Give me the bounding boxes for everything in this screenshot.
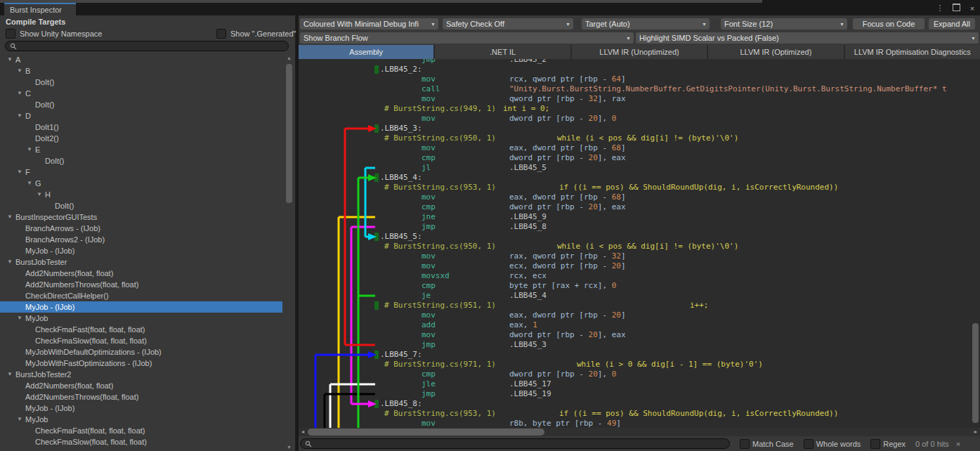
tree-scrollbar-thumb[interactable] [286,64,292,203]
tree-item[interactable]: CheckFmaSlow(float, float, float) [0,436,282,447]
expander-triangle-icon[interactable]: ▼ [7,256,13,268]
tree-item[interactable]: Add2NumbersThrows(float, float) [0,279,282,290]
expander-triangle-icon[interactable]: ▼ [17,65,22,77]
tree-item[interactable]: DoIt() [0,200,282,211]
tree-item[interactable]: ▼F [0,166,282,178]
expander-triangle-icon[interactable]: ▼ [17,166,22,178]
tab-label: LLVM IR (Optimized) [740,48,811,56]
show-unity-namespace-checkbox[interactable] [6,29,15,39]
target-search-input[interactable] [5,41,289,51]
tree-item[interactable]: Add2Numbers(float, float) [0,380,282,391]
font-size-dropdown[interactable]: Font Size (12)▼ [721,18,847,30]
tree-item[interactable]: ▼BurstJobTester [0,256,282,268]
tree-item[interactable]: BranchArrows2 - (IJob) [0,234,282,245]
scroll-left-icon[interactable]: ◄ [299,428,307,436]
branch-flow-dropdown[interactable]: Show Branch Flow▼ [300,32,634,44]
compile-targets-panel: Compile Targets Show Unity Namespace Sho… [0,15,296,451]
tree-item[interactable]: ▼B [0,65,282,77]
tree-item[interactable]: ▼D [0,110,282,122]
tab-assembly[interactable]: Assembly [299,45,433,59]
tab-llvm-ir-optimisation-diagnostics[interactable]: LLVM IR Optimisation Diagnostics [845,45,980,59]
tree-item[interactable]: MyJob - (IJob) [0,301,282,313]
tree-item[interactable]: MyJobWithFastOptimizations - (IJob) [0,358,282,369]
asm-line: # BurstString.cs(950, 1)while (i < pos &… [299,133,980,143]
whole-words-checkbox[interactable] [804,439,814,449]
tab-llvm-ir-optimized[interactable]: LLVM IR (Optimized) [708,45,843,59]
asm-line: call"Unity.Burst.BurstString.NumberBuffe… [299,84,980,94]
expander-triangle-icon[interactable]: ▼ [27,144,32,155]
focus-on-code-button[interactable]: Focus on Code [853,18,925,30]
tree-item[interactable]: CheckFmaFast(float, float, float) [0,425,282,436]
scroll-right-icon[interactable]: ► [972,428,980,436]
search-close-icon[interactable]: × [956,440,960,448]
regex-option[interactable]: Regex [870,439,906,449]
tab-llvm-ir-unoptimized[interactable]: LLVM IR (Unoptimized) [572,45,707,59]
tab-label: .NET IL [490,48,516,56]
tree-item[interactable]: ▼MyJob [0,414,282,425]
tree-item[interactable]: ▼E [0,144,282,155]
tree-item[interactable]: Add2Numbers(float, float) [0,268,282,279]
tree-item[interactable]: MyJob - (IJob) [0,245,282,256]
tree-item[interactable]: MyJob - (IJob) [0,403,282,414]
tree-item-label: DoIt() [35,99,55,110]
expander-triangle-icon[interactable]: ▼ [17,110,22,122]
tree-item[interactable]: ▼MyJob [0,313,282,324]
tree-item[interactable]: ▼A [0,54,282,65]
expander-triangle-icon[interactable]: ▼ [17,88,22,99]
expander-triangle-icon[interactable]: ▼ [7,369,13,380]
tab-net-il[interactable]: .NET IL [435,45,570,59]
show-generated-checkbox[interactable] [216,29,226,39]
tree-item[interactable]: MyJobWithDefaultOptimizations - (IJob) [0,346,282,358]
tree-item[interactable]: BranchArrows - (IJob) [0,223,282,234]
tree-item[interactable]: ▼G [0,178,282,189]
tree-item[interactable]: ▼H [0,189,282,200]
safety-check-dropdown[interactable]: Safety Check Off▼ [443,18,573,30]
expander-triangle-icon[interactable]: ▼ [27,178,32,189]
kebab-menu-icon[interactable]: ⋮ [935,4,945,13]
whole-words-option[interactable]: Whole words [804,439,861,449]
tree-item[interactable]: ▼BurstJobTester2 [0,369,282,380]
scroll-up-icon[interactable]: ▲ [285,54,294,62]
asm-line: .LBB45_4: [299,173,980,183]
tree-item[interactable]: DoIt2() [0,133,282,144]
option-label: Regex [883,440,906,448]
expander-triangle-icon[interactable]: ▼ [7,211,13,223]
match-case-option[interactable]: Match Case [740,439,794,449]
code-scrollbar-thumb[interactable] [972,323,979,423]
tree-item[interactable]: CheckFmaSlow(float, float, float) [0,335,282,346]
tree-item[interactable]: DoIt() [0,99,282,110]
horizontal-scrollbar-thumb[interactable] [308,429,544,436]
expander-triangle-icon[interactable]: ▼ [17,313,22,324]
expander-triangle-icon[interactable]: ▼ [37,189,42,200]
match-case-checkbox[interactable] [740,439,750,449]
asm-line: movrax, qword ptr [rbp - 32] [299,251,980,261]
code-search-input[interactable] [300,438,730,449]
focus-on-code-button-label: Focus on Code [863,20,915,28]
tree-scrollbar[interactable]: ▲ ▼ [285,54,294,451]
option-label: Whole words [816,440,861,448]
scroll-down-icon[interactable]: ▼ [285,443,294,451]
show-unity-namespace-option[interactable]: Show Unity Namespace [6,29,152,39]
code-scrollbar[interactable] [971,59,980,428]
tree-item[interactable]: ▼BurstInspectorGUITests [0,211,282,223]
tree-item[interactable]: CheckDirectCallHelper() [0,290,282,301]
expander-triangle-icon[interactable]: ▼ [17,414,22,425]
asm-line: jmp.LBB45_3 [299,340,980,350]
target-dropdown[interactable]: Target (Auto)▼ [582,18,710,30]
code-horizontal-scrollbar[interactable]: ◄ ► [299,428,980,436]
expand-all-button[interactable]: Expand All [929,18,975,30]
tree-item[interactable]: ▼C [0,88,282,99]
tree-item[interactable]: DoIt1() [0,122,282,133]
tree-item[interactable]: CheckFmaFast(float, float, float) [0,324,282,335]
close-icon[interactable]: × [967,4,977,13]
expander-triangle-icon[interactable]: ▼ [7,54,13,65]
maximize-icon[interactable] [951,4,961,13]
assembly-code-view[interactable]: jmp.LBB45_2.LBB45_2:movrcx, qword ptr [r… [299,59,980,428]
regex-checkbox[interactable] [870,439,880,449]
simd-highlight-dropdown[interactable]: Highlight SIMD Scalar vs Packed (False)▼ [636,32,979,44]
tree-item[interactable]: DoIt() [0,155,282,166]
debug-info-dropdown[interactable]: Coloured With Minimal Debug Infi▼ [300,18,438,30]
tree-item[interactable]: DoIt() [0,77,282,88]
tree-item[interactable]: Add2NumbersThrows(float, float) [0,391,282,403]
window-tab-burst-inspector[interactable]: Burst Inspector [4,3,76,15]
